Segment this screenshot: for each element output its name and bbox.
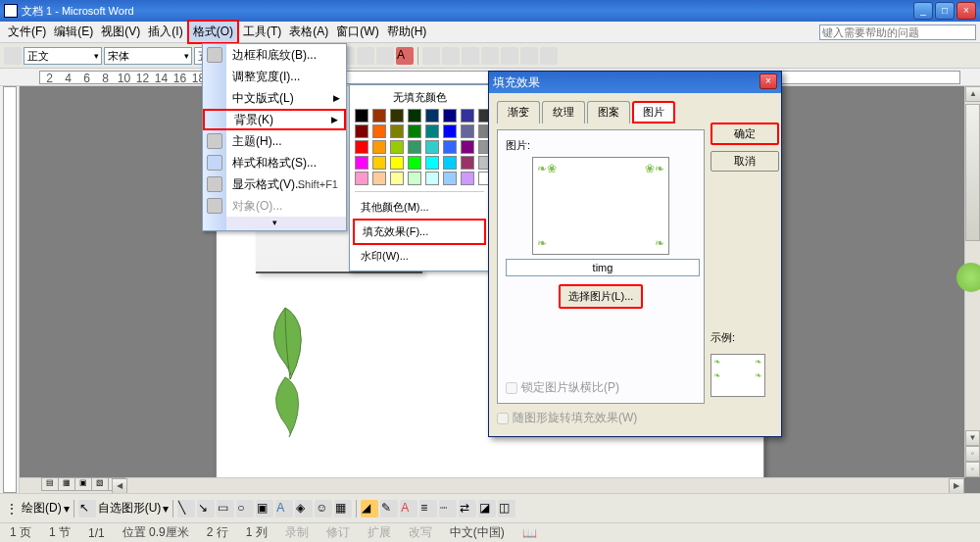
line-color-button[interactable]: ✎	[380, 500, 398, 517]
font-color-button[interactable]: A	[396, 47, 414, 65]
align-justify-button[interactable]	[376, 47, 394, 65]
status-record[interactable]: 录制	[281, 524, 313, 541]
color-swatch[interactable]	[390, 156, 404, 170]
prev-page-button[interactable]: ◦	[965, 446, 980, 462]
maximize-button[interactable]: □	[935, 2, 955, 20]
color-swatch[interactable]	[461, 156, 474, 170]
menu-background[interactable]: 背景(K)▶	[203, 109, 346, 130]
menu-theme[interactable]: 主题(H)...	[203, 130, 346, 152]
menu-file[interactable]: 文件(F)	[4, 22, 50, 42]
line-spacing-button[interactable]	[422, 47, 440, 65]
color-swatch[interactable]	[408, 140, 421, 154]
status-track[interactable]: 修订	[322, 524, 354, 541]
color-swatch[interactable]	[443, 156, 457, 170]
color-swatch[interactable]	[443, 124, 457, 138]
scroll-right-button[interactable]: ▶	[949, 478, 964, 493]
dialog-close-button[interactable]: ×	[760, 74, 777, 89]
menu-adjust-width[interactable]: 调整宽度(I)...	[203, 66, 346, 87]
ok-button[interactable]: 确定	[710, 123, 779, 145]
color-swatch[interactable]	[355, 124, 368, 138]
color-swatch[interactable]	[461, 140, 474, 154]
status-extend[interactable]: 扩展	[364, 524, 395, 541]
menu-borders-shading[interactable]: 边框和底纹(B)...	[203, 44, 346, 66]
scroll-up-button[interactable]: ▲	[965, 86, 980, 102]
color-swatch[interactable]	[390, 109, 404, 123]
menu-format[interactable]: 格式(O)	[187, 20, 239, 44]
color-swatch[interactable]	[461, 109, 474, 123]
menu-object[interactable]: 对象(O)...	[203, 195, 346, 217]
tab-gradient[interactable]: 渐变	[497, 101, 540, 123]
numbering-button[interactable]	[442, 47, 460, 65]
color-swatch[interactable]	[372, 124, 386, 138]
style-pane-icon[interactable]	[4, 47, 22, 65]
dash-style-button[interactable]: ┈	[439, 500, 457, 517]
draw-menu[interactable]: 绘图(D)	[22, 500, 62, 517]
fill-color-button[interactable]: ◢	[361, 500, 378, 517]
scroll-down-button[interactable]: ▼	[965, 430, 980, 446]
side-bubble-icon[interactable]	[956, 263, 980, 292]
color-swatch[interactable]	[443, 109, 457, 123]
textbox-button[interactable]: ▣	[256, 500, 273, 517]
watermark-button[interactable]: 水印(W)...	[353, 245, 486, 268]
arrow-style-button[interactable]: ⇄	[459, 500, 476, 517]
color-swatch[interactable]	[443, 172, 457, 185]
print-view-button[interactable]: ▣	[74, 477, 92, 491]
color-swatch[interactable]	[355, 140, 368, 154]
wordart-button[interactable]: A	[275, 500, 293, 517]
color-swatch[interactable]	[390, 124, 404, 138]
color-swatch[interactable]	[355, 109, 368, 123]
horizontal-scrollbar[interactable]: ▤ ▦ ▣ ▧ ▨ ◀ ▶	[20, 477, 964, 493]
decrease-indent-button[interactable]	[481, 47, 499, 65]
color-swatch[interactable]	[390, 172, 404, 185]
line-style-button[interactable]: ≡	[419, 500, 437, 517]
increase-indent-button[interactable]	[501, 47, 518, 65]
color-swatch[interactable]	[425, 140, 439, 154]
status-overwrite[interactable]: 改写	[405, 524, 436, 541]
menu-tools[interactable]: 工具(T)	[239, 22, 285, 42]
fill-effects-button[interactable]: 填充效果(F)...	[353, 219, 486, 245]
menu-view[interactable]: 视图(V)	[97, 22, 144, 42]
picture-button[interactable]: ▦	[334, 500, 352, 517]
menu-insert[interactable]: 插入(I)	[144, 22, 186, 42]
select-picture-button[interactable]: 选择图片(L)...	[559, 284, 644, 309]
color-swatch[interactable]	[461, 172, 474, 185]
style-combo[interactable]: 正文	[24, 47, 102, 65]
tab-picture[interactable]: 图片	[632, 101, 675, 123]
bullets-button[interactable]	[462, 47, 479, 65]
scroll-thumb[interactable]	[965, 104, 980, 241]
menu-help[interactable]: 帮助(H)	[383, 22, 431, 42]
select-objects-button[interactable]: ↖	[78, 500, 96, 517]
line-button[interactable]: ╲	[177, 500, 195, 517]
rectangle-button[interactable]: ▭	[217, 500, 234, 517]
menu-reveal-formatting[interactable]: 显示格式(V)...Shift+F1	[203, 173, 346, 195]
status-book-icon[interactable]: 📖	[518, 526, 541, 540]
color-swatch[interactable]	[372, 109, 386, 123]
3d-button[interactable]: ◫	[498, 500, 515, 517]
color-swatch[interactable]	[461, 124, 474, 138]
color-swatch[interactable]	[408, 124, 421, 138]
no-fill-button[interactable]: 无填充颜色	[353, 88, 486, 107]
color-swatch[interactable]	[425, 156, 439, 170]
font-combo[interactable]: 宋体	[104, 47, 192, 65]
close-button[interactable]: ×	[956, 2, 976, 20]
diagram-button[interactable]: ◈	[295, 500, 313, 517]
color-swatch[interactable]	[372, 172, 386, 185]
highlight-button[interactable]	[540, 47, 558, 65]
cancel-button[interactable]: 取消	[710, 151, 779, 172]
tab-pattern[interactable]: 图案	[587, 101, 630, 123]
more-colors-button[interactable]: 其他颜色(M)...	[353, 196, 486, 219]
color-swatch[interactable]	[408, 172, 421, 185]
scroll-left-button[interactable]: ◀	[112, 478, 127, 493]
menu-styles-formatting[interactable]: 样式和格式(S)...	[203, 152, 346, 173]
menu-chinese-layout[interactable]: 中文版式(L)▶	[203, 87, 346, 109]
help-search-input[interactable]	[819, 25, 976, 40]
web-view-button[interactable]: ▦	[58, 477, 75, 491]
font-color-button-2[interactable]: A	[400, 500, 417, 517]
color-swatch[interactable]	[408, 156, 421, 170]
oval-button[interactable]: ○	[236, 500, 254, 517]
arrow-button[interactable]: ↘	[197, 500, 215, 517]
autoshapes-menu[interactable]: 自选图形(U)	[98, 500, 162, 517]
next-page-button[interactable]: ◦	[965, 462, 980, 477]
status-language[interactable]: 中文(中国)	[446, 524, 509, 541]
menu-window[interactable]: 窗口(W)	[332, 22, 382, 42]
